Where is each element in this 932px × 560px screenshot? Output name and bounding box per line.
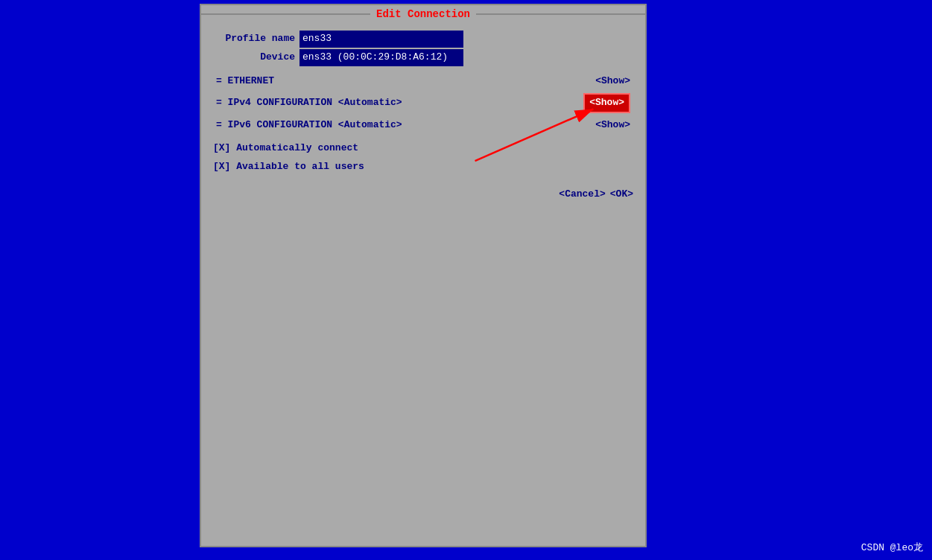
ethernet-section: = ETHERNET <Show> bbox=[213, 74, 633, 89]
checkboxes-section: [X] Automatically connect [X] Available … bbox=[213, 141, 633, 175]
title-bar-line-right bbox=[476, 13, 645, 15]
watermark: CSDN @leo龙 bbox=[861, 541, 923, 554]
profile-name-row: Profile name ens33 bbox=[213, 31, 633, 48]
ipv4-show-button[interactable]: <Show> bbox=[583, 93, 630, 113]
ok-button[interactable]: <OK> bbox=[610, 187, 633, 203]
action-row: <Cancel> <OK> bbox=[213, 187, 633, 203]
ipv6-label: = IPv6 CONFIGURATION <Automatic> bbox=[216, 118, 402, 133]
title-bar: Edit Connection bbox=[201, 5, 645, 23]
cancel-button[interactable]: <Cancel> bbox=[559, 187, 605, 203]
auto-connect-checkbox[interactable]: [X] Automatically connect bbox=[213, 141, 633, 156]
ipv6-show-button[interactable]: <Show> bbox=[595, 118, 630, 133]
dialog-title: Edit Connection bbox=[370, 8, 476, 20]
title-bar-line-left bbox=[201, 13, 370, 15]
ipv4-section: = IPv4 CONFIGURATION <Automatic> <Show> bbox=[213, 93, 633, 113]
device-label: Device bbox=[213, 50, 295, 66]
dialog-content: Profile name ens33 Device ens33 (00:0C:2… bbox=[201, 23, 645, 546]
ipv4-label: = IPv4 CONFIGURATION <Automatic> bbox=[216, 95, 402, 111]
device-row: Device ens33 (00:0C:29:D8:A6:12) bbox=[213, 49, 633, 66]
device-input[interactable]: ens33 (00:0C:29:D8:A6:12) bbox=[299, 49, 463, 66]
ethernet-show-button[interactable]: <Show> bbox=[595, 74, 630, 89]
ipv6-section: = IPv6 CONFIGURATION <Automatic> <Show> bbox=[213, 118, 633, 133]
profile-name-input[interactable]: ens33 bbox=[299, 31, 463, 48]
profile-name-label: Profile name bbox=[213, 31, 295, 47]
terminal-window: Edit Connection Profile name ens33 Devic… bbox=[200, 4, 647, 547]
available-users-checkbox[interactable]: [X] Available to all users bbox=[213, 159, 633, 175]
ethernet-label: = ETHERNET bbox=[216, 74, 274, 89]
